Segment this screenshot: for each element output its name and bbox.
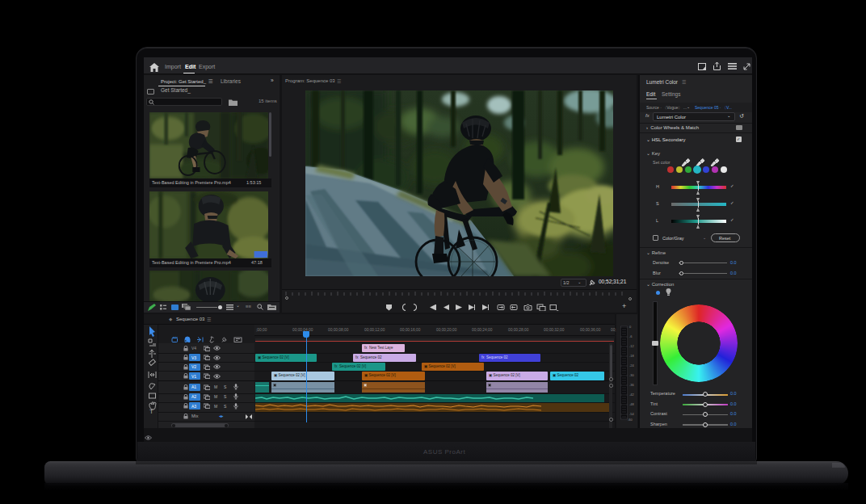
svg-text:T: T	[149, 408, 153, 415]
